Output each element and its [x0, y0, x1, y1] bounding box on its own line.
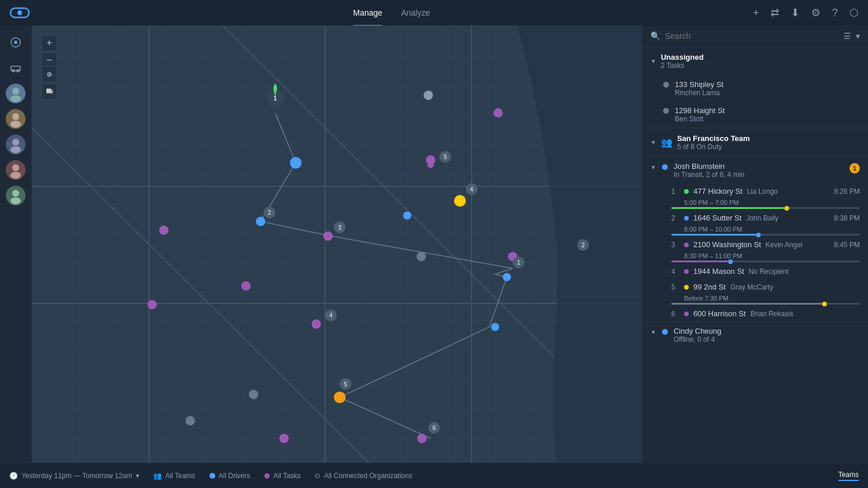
compass-button[interactable]: ⊕: [41, 66, 57, 82]
route-address-2: 1646 Sutter St: [693, 214, 742, 222]
route-person-4: No Recipient: [748, 268, 789, 276]
nav-manage[interactable]: Manage: [353, 6, 383, 20]
avatar-1[interactable]: [6, 84, 26, 103]
search-bar: 🔍 ☰ ▾: [642, 26, 868, 47]
download-icon[interactable]: ⬇: [791, 6, 800, 19]
svg-text:1: 1: [517, 259, 520, 266]
orgs-icon: ⊙: [314, 472, 320, 480]
route-time-3: 8:45 PM: [834, 241, 860, 249]
driver-josh-dot: [662, 164, 668, 170]
svg-text:4: 4: [470, 186, 473, 193]
svg-point-12: [10, 146, 21, 153]
avatar-5[interactable]: [6, 186, 26, 205]
svg-point-11: [12, 139, 19, 146]
driver-cindy-status: Offline, 0 of 4: [674, 335, 860, 344]
locate-button[interactable]: ⛟: [41, 84, 57, 100]
list-view-button[interactable]: ☰: [844, 31, 851, 41]
route-address-4: 1944 Mason St: [693, 267, 744, 276]
svg-point-3: [14, 41, 17, 44]
teams-selector[interactable]: 👥 All Teams: [153, 472, 196, 480]
route-person-2: John Baily: [746, 214, 778, 222]
svg-point-8: [10, 95, 21, 102]
svg-point-65: [454, 195, 466, 207]
svg-text:5: 5: [444, 154, 447, 160]
route-bar-2: [671, 234, 860, 236]
route-window-3: 8:30 PM – 11:00 PM: [642, 252, 868, 259]
map-container[interactable]: 1: [32, 26, 642, 462]
time-chevron: ▾: [136, 472, 139, 480]
bottom-tabs: Teams: [838, 471, 859, 481]
driver-josh-info: Josh Blumstein In Transit, 2 of 6, 4 min: [674, 162, 844, 179]
svg-point-1: [17, 10, 22, 15]
route-address-1: 477 Hickory St: [693, 187, 743, 196]
unassigned-task-2[interactable]: 1298 Haight St Ben Stott: [642, 102, 868, 128]
search-icon: 🔍: [650, 31, 660, 41]
bottom-bar: 🕐 Yesterday 11pm — Tomorrow 12am ▾ 👥 All…: [0, 462, 868, 488]
tasks-pin-icon: ⬟: [264, 472, 270, 480]
settings-icon[interactable]: ⚙: [811, 6, 820, 19]
vehicle-icon[interactable]: [6, 58, 26, 78]
team-chevron: ▼: [650, 139, 656, 146]
route-task-1[interactable]: 1 477 Hickory St Lia Longo 8:26 PM: [642, 183, 868, 199]
avatar-3[interactable]: [6, 135, 26, 154]
app-logo[interactable]: [9, 6, 30, 20]
svg-point-15: [12, 190, 19, 197]
tasks-selector[interactable]: ⬟ All Tasks: [264, 472, 301, 480]
orgs-selector[interactable]: ⊙ All Connected Organizations: [314, 472, 412, 480]
search-input[interactable]: [665, 31, 839, 41]
unassigned-task-1[interactable]: 133 Shipley St Rinchen Lama: [642, 75, 868, 102]
unassigned-title: Unassigned: [661, 53, 704, 62]
route-time-2: 8:38 PM: [834, 214, 860, 222]
time-range-selector[interactable]: 🕐 Yesterday 11pm — Tomorrow 12am ▾: [9, 472, 139, 480]
route-task-6[interactable]: 6 600 Harrison St Brian Rekasis: [642, 306, 868, 321]
nav-analyze[interactable]: Analyze: [401, 6, 430, 20]
route-dot-3: [684, 243, 689, 247]
unassigned-subtitle: 2 Tasks: [661, 62, 704, 70]
drivers-selector[interactable]: All Drivers: [209, 472, 251, 480]
expand-button[interactable]: ▾: [856, 31, 860, 41]
route-task-2[interactable]: 2 1646 Sutter St John Baily 8:38 PM: [642, 210, 868, 226]
avatar-2[interactable]: [6, 109, 26, 129]
unassigned-section-header[interactable]: ▼ Unassigned 2 Tasks: [642, 47, 868, 75]
route-person-3: Kevin Angel: [766, 241, 802, 249]
task-dot-2: [663, 108, 669, 114]
teams-tab[interactable]: Teams: [838, 471, 859, 481]
driver-cindy[interactable]: ▼ Cindy Cheung Offline, 0 of 4: [642, 321, 868, 348]
route-bar-3: [671, 261, 860, 262]
help-icon[interactable]: ?: [832, 7, 838, 19]
route-person-6: Brian Rekasis: [750, 310, 793, 318]
route-address-5: 99 2nd St: [693, 283, 726, 291]
avatar-4[interactable]: [6, 160, 26, 180]
task-name-2: Ben Stott: [675, 115, 860, 123]
route-task-5[interactable]: 5 99 2nd St Gray McCarty: [642, 279, 868, 295]
route-person-5: Gray McCarty: [730, 283, 773, 291]
signout-icon[interactable]: ⬡: [849, 6, 859, 19]
team-subtitle: 5 of 8 On Duty: [677, 143, 750, 151]
svg-text:4: 4: [330, 312, 333, 319]
svg-point-63: [279, 433, 288, 443]
zoom-in-button[interactable]: +: [41, 35, 57, 51]
add-button[interactable]: +: [753, 7, 759, 19]
task-info-1: 133 Shipley St Rinchen Lama: [675, 80, 860, 97]
panel-list: ▼ Unassigned 2 Tasks 133 Shipley St Rinc…: [642, 47, 868, 462]
route-bar-5: [671, 303, 860, 305]
route-task-3[interactable]: 3 2100 Washington St Kevin Angel 8:45 PM: [642, 237, 868, 252]
driver-josh-name: Josh Blumstein: [674, 162, 844, 171]
svg-point-57: [323, 232, 332, 241]
driver-cindy-chevron: ▼: [650, 329, 656, 335]
import-icon[interactable]: ⇄: [771, 6, 779, 19]
svg-point-13: [12, 164, 19, 171]
route-task-4[interactable]: 4 1944 Mason St No Recipient: [642, 263, 868, 279]
right-panel: 🔍 ☰ ▾ ▼ Unassigned 2 Tasks 133 Shipley S…: [642, 26, 868, 462]
team-icon: 👥: [661, 137, 672, 148]
tasks-label: All Tasks: [273, 472, 301, 480]
team-section-header[interactable]: ▼ 👥 San Francisco Team 5 of 8 On Duty: [642, 128, 868, 157]
task-name-1: Rinchen Lama: [675, 89, 860, 97]
svg-point-69: [417, 252, 426, 261]
route-person-1: Lia Longo: [747, 187, 778, 196]
teams-icon: 👥: [153, 472, 162, 480]
location-icon[interactable]: [6, 32, 26, 52]
svg-point-16: [10, 197, 21, 204]
svg-text:5: 5: [344, 381, 348, 388]
driver-josh[interactable]: ▼ Josh Blumstein In Transit, 2 of 6, 4 m…: [642, 157, 868, 183]
